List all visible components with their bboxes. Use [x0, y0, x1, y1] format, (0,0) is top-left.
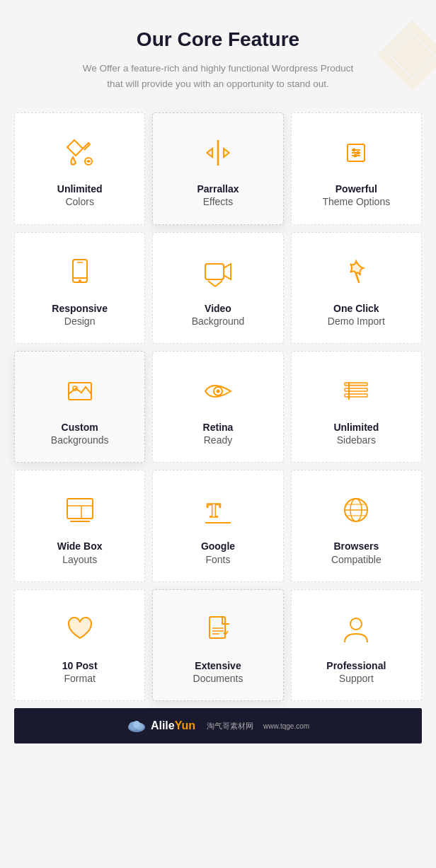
- parallax-icon: [198, 133, 238, 173]
- feature-name-light-extensive-documents: Documents: [193, 672, 243, 685]
- page-wrapper: ◈ Our Core Feature We Offer a feature-ri…: [0, 0, 436, 765]
- feature-name-light-unlimited-colors: Colors: [65, 195, 93, 208]
- svg-point-8: [354, 154, 357, 158]
- feature-name-light-video-background: Background: [192, 315, 245, 328]
- person-icon: [336, 610, 376, 649]
- feature-card-video-background[interactable]: VideoBackground: [152, 232, 283, 344]
- feature-name-light-professional-support: Support: [339, 672, 374, 685]
- feature-name-light-one-click-demo-import: Demo Import: [328, 315, 385, 328]
- svg-line-15: [215, 281, 222, 287]
- feature-card-unlimited-sidebars[interactable]: UnlimitedSidebars: [291, 351, 422, 463]
- feature-name-bold-10-post-format: 10 Post: [62, 659, 98, 672]
- feature-name-light-google-fonts: Fonts: [205, 553, 230, 566]
- feature-name-light-parallax-effects: Effects: [203, 195, 234, 208]
- sliders-icon: [336, 133, 376, 173]
- doc-icon: [198, 610, 238, 649]
- feature-name-light-10-post-format: Format: [64, 672, 95, 685]
- feature-name-light-unlimited-sidebars: Sidebars: [337, 434, 376, 446]
- feature-card-custom-backgrounds[interactable]: CustomBackgrounds: [14, 351, 145, 463]
- feature-card-retina-ready[interactable]: RetinaReady: [152, 351, 283, 463]
- svg-point-7: [357, 151, 360, 155]
- feature-card-responsive-design[interactable]: ResponsiveDesign: [14, 232, 145, 344]
- mobile-icon: [60, 253, 100, 292]
- svg-rect-23: [345, 394, 367, 397]
- feature-name-bold-browsers-compatible: Browsers: [333, 540, 379, 552]
- feature-card-extensive-documents[interactable]: ExtensiveDocuments: [152, 589, 283, 701]
- svg-text:T: T: [207, 498, 221, 521]
- heart-icon: [60, 610, 100, 649]
- feature-name-bold-custom-backgrounds: Custom: [62, 421, 98, 434]
- svg-line-14: [208, 281, 215, 287]
- feature-name-light-custom-backgrounds: Backgrounds: [51, 434, 109, 446]
- footer-watermark-text: 淘气哥素材网: [207, 721, 253, 731]
- video-icon: [198, 253, 238, 292]
- feature-name-bold-professional-support: Professional: [326, 659, 386, 672]
- svg-rect-25: [67, 499, 93, 519]
- header-section: Our Core Feature We Offer a feature-rich…: [14, 28, 422, 91]
- svg-rect-21: [345, 383, 367, 386]
- feature-card-parallax-effects[interactable]: ParrallaxEffects: [152, 112, 283, 224]
- footer-logo-text: AlileYun: [151, 719, 195, 732]
- feature-card-10-post-format[interactable]: 10 PostFormat: [14, 589, 145, 701]
- feature-name-bold-unlimited-sidebars: Unlimited: [333, 421, 379, 434]
- svg-point-6: [352, 149, 356, 152]
- footer-logo: AlileYun 淘气哥素材网 www.tqge.com: [127, 719, 309, 733]
- feature-card-unlimited-colors[interactable]: UnlimitedColors: [14, 112, 145, 224]
- svg-line-16: [356, 274, 359, 282]
- svg-rect-13: [205, 264, 224, 279]
- feature-card-wide-box-layouts[interactable]: Wide BoxLayouts: [14, 470, 145, 581]
- eye-icon: [198, 371, 238, 411]
- feature-name-light-retina-ready: Ready: [204, 434, 232, 446]
- feature-name-bold-wide-box-layouts: Wide Box: [57, 540, 103, 552]
- svg-point-44: [133, 721, 140, 728]
- features-grid: UnlimitedColors ParrallaxEffects Powerfu…: [14, 112, 422, 701]
- feature-name-light-responsive-design: Design: [64, 315, 96, 328]
- feature-card-powerful-theme-options[interactable]: PowerfulTheme Options: [291, 112, 422, 224]
- feature-card-browsers-compatible[interactable]: BrowsersCompatible: [291, 470, 422, 581]
- feature-name-bold-video-background: Video: [205, 302, 231, 315]
- footer-bar: AlileYun 淘气哥素材网 www.tqge.com: [14, 708, 422, 743]
- feature-name-bold-powerful-theme-options: Powerful: [335, 183, 377, 195]
- svg-rect-22: [345, 388, 367, 391]
- svg-point-11: [79, 279, 81, 282]
- feature-card-one-click-demo-import[interactable]: One ClickDemo Import: [291, 232, 422, 344]
- layout-icon: [60, 490, 100, 530]
- feature-card-professional-support[interactable]: ProfessionalSupport: [291, 589, 422, 701]
- cloud-icon: [127, 719, 147, 733]
- feature-name-bold-unlimited-colors: Unlimited: [57, 183, 103, 195]
- image-icon: [60, 371, 100, 411]
- fonts-icon: T: [198, 490, 238, 530]
- feature-name-light-wide-box-layouts: Layouts: [62, 553, 97, 566]
- globe-icon: [336, 490, 376, 530]
- paint-icon: [60, 133, 100, 173]
- feature-name-bold-parallax-effects: Parrallax: [197, 183, 239, 195]
- svg-rect-9: [73, 260, 87, 282]
- feature-name-light-powerful-theme-options: Theme Options: [322, 195, 390, 208]
- feature-name-bold-retina-ready: Retina: [203, 421, 234, 434]
- feature-name-bold-responsive-design: Responsive: [52, 302, 108, 315]
- feature-name-bold-google-fonts: Google: [201, 540, 235, 552]
- svg-point-40: [350, 618, 362, 630]
- sidebars-icon: [336, 371, 376, 411]
- feature-name-light-browsers-compatible: Compatible: [331, 553, 382, 566]
- feature-name-bold-extensive-documents: Extensive: [195, 659, 241, 672]
- cursor-icon: [336, 253, 376, 292]
- page-subtitle: We Offer a feature-rich and highly funct…: [76, 61, 360, 91]
- footer-url: www.tqge.com: [263, 722, 309, 730]
- feature-name-bold-one-click-demo-import: One Click: [333, 302, 379, 315]
- feature-card-google-fonts[interactable]: T GoogleFonts: [152, 470, 283, 581]
- svg-point-20: [216, 389, 219, 393]
- page-title: Our Core Feature: [14, 28, 422, 51]
